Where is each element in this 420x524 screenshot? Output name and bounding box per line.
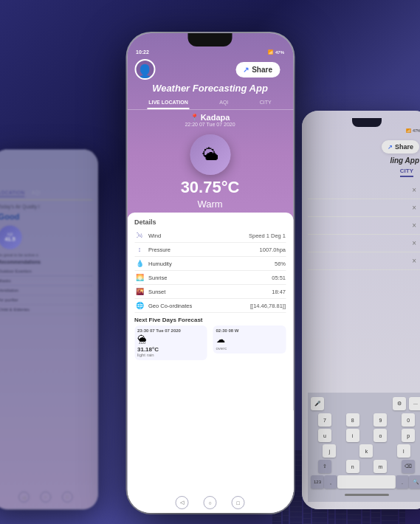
wind-value: Speed 1 Deg 1 <box>249 232 286 239</box>
battery-icon: 47% <box>275 50 284 55</box>
detail-pressure: ↕ Pressure 1007.0hpa <box>134 243 286 257</box>
humidity-value: 56% <box>275 261 286 267</box>
details-title: Details <box>134 218 286 226</box>
left-tab-location[interactable]: LOCATION <box>0 190 24 197</box>
phone-center: 10:22 📶 47% 👤 ↗ Share Weather Forecastin… <box>127 33 293 513</box>
left-tabs: LOCATION AQI <box>0 190 92 201</box>
share-button[interactable]: ↗ Share <box>235 62 280 77</box>
left-recents-btn[interactable]: □ <box>61 492 72 503</box>
left-home-btn[interactable]: ○ <box>40 492 51 503</box>
key-9[interactable]: 9 <box>373 413 387 427</box>
weather-main: 🌥 30.75°C Warm <box>127 130 293 213</box>
key-o[interactable]: o <box>373 429 387 442</box>
key-p[interactable]: p <box>402 429 415 442</box>
wind-icon: 🌬 <box>134 232 145 239</box>
key-period[interactable]: . <box>396 475 409 489</box>
wind-label: Wind <box>148 232 161 239</box>
left-description: Its great to be active o <box>0 253 92 258</box>
key-8[interactable]: 8 <box>346 413 359 427</box>
forecast-card-0: 23:30 07 Tue 07 2020 🌦 31.18°C light rai… <box>134 325 207 360</box>
forecast-card-1: 02:30 08 W ☁ overc <box>213 325 286 354</box>
key-backspace[interactable]: ⌫ <box>402 460 415 473</box>
left-rec-item-4: Child & Elderies <box>0 305 92 314</box>
location-name: Kadapa <box>201 113 230 122</box>
right-share-icon: ↗ <box>388 144 393 151</box>
right-x-1: × <box>308 199 420 217</box>
more-key[interactable]: ··· <box>409 397 420 410</box>
right-tabs: CITY <box>308 168 420 177</box>
home-button[interactable]: ○ <box>204 496 217 509</box>
left-aqi-circle: AQI 41.5 <box>0 225 22 249</box>
tab-city[interactable]: CITY <box>258 97 273 109</box>
forecast-date-1: 02:30 08 W <box>216 328 283 333</box>
left-quality-value: Good <box>0 212 92 221</box>
left-tab-aqi[interactable]: AQI <box>32 190 41 197</box>
tab-live-location[interactable]: LIVE LOCATION <box>147 97 190 109</box>
detail-wind: 🌬 Wind Speed 1 Deg 1 <box>134 229 286 243</box>
right-city-tab[interactable]: CITY <box>400 168 413 177</box>
right-notch <box>352 118 382 127</box>
key-search[interactable]: 🔍 <box>409 475 420 489</box>
cloud-icon: 🌥 <box>202 145 218 165</box>
sunset-icon: 🌇 <box>134 288 145 295</box>
weather-description: Warm <box>127 199 293 210</box>
key-m[interactable]: m <box>373 460 387 473</box>
right-share-button[interactable]: ↗ Share <box>382 140 419 154</box>
details-section: Details 🌬 Wind Speed 1 Deg 1 ↕ Pressure … <box>127 213 293 492</box>
left-rec-title: Recommendations <box>0 260 92 264</box>
date-display: 22:20 07 Tue 07 2020 <box>127 122 293 127</box>
right-status-bar: 📶 47% <box>308 127 420 134</box>
left-rec-item-3: Air purifier <box>0 295 92 305</box>
key-num[interactable]: 123 <box>311 475 324 489</box>
detail-sunset: 🌇 Sunset 18:47 <box>134 285 286 299</box>
coordinates-icon: 🌐 <box>134 302 145 309</box>
right-share-label: Share <box>395 143 413 151</box>
detail-pressure-left: ↕ Pressure <box>134 246 171 253</box>
pressure-value: 1007.0hpa <box>260 247 286 253</box>
left-back-btn[interactable]: ◁ <box>18 492 30 503</box>
center-tabs: LIVE LOCATION AQI CITY <box>127 97 293 110</box>
swipe-indicator <box>345 494 389 496</box>
recents-button[interactable]: □ <box>232 496 245 509</box>
key-i[interactable]: i <box>346 429 359 442</box>
gear-key[interactable]: ⚙ <box>393 397 406 410</box>
keyboard-bottom-row: 123 , . 🔍 <box>311 475 420 489</box>
key-k[interactable]: k <box>359 444 373 458</box>
detail-humidity: 💧 Humudity 56% <box>134 257 286 271</box>
back-button[interactable]: ◁ <box>176 496 189 509</box>
detail-sunset-left: 🌇 Sunset <box>134 288 165 295</box>
phone-center-screen: 10:22 📶 47% 👤 ↗ Share Weather Forecastin… <box>127 33 293 513</box>
key-space[interactable] <box>337 475 396 489</box>
right-share-header: ↗ Share <box>308 134 420 156</box>
location-row: 📍 Kadapa <box>127 110 293 122</box>
temperature-display: 30.75°C <box>127 178 293 197</box>
sunset-value: 18:47 <box>272 289 286 295</box>
phone-right-screen: 📶 47% ↗ Share ling App CITY × × × × × 🎤 <box>302 111 420 509</box>
keyboard-top-row: 🎤 ⚙ ··· <box>311 397 420 410</box>
right-x-0: × <box>308 182 420 199</box>
left-home-bar: ◁ ○ □ <box>0 489 98 505</box>
share-label: Share <box>252 66 272 74</box>
key-l[interactable]: l <box>397 444 410 458</box>
share-icon: ↗ <box>243 66 249 74</box>
forecast-date-0: 23:30 07 Tue 07 2020 <box>137 328 204 333</box>
avatar[interactable]: 👤 <box>134 59 155 80</box>
phone-left: LOCATION AQI Today's Air Quality I Good … <box>0 149 98 509</box>
key-0[interactable]: 0 <box>402 413 415 427</box>
sunrise-label: Sunrise <box>148 275 167 281</box>
humidity-icon: 💧 <box>134 260 145 267</box>
detail-humidity-left: 💧 Humudity <box>134 260 172 267</box>
key-n[interactable]: n <box>346 460 359 473</box>
key-u[interactable]: u <box>318 429 331 442</box>
key-7[interactable]: 7 <box>318 413 331 427</box>
right-keyboard[interactable]: 🎤 ⚙ ··· 7 8 9 0 u i o p j k l <box>308 393 420 502</box>
location-pin-icon: 📍 <box>190 114 199 121</box>
mic-key[interactable]: 🎤 <box>311 397 324 410</box>
key-j[interactable]: j <box>323 444 336 458</box>
tab-aqi[interactable]: AQI <box>218 97 230 109</box>
key-shift[interactable]: ⇧ <box>318 460 331 473</box>
key-comma[interactable]: , <box>324 475 337 489</box>
forecast-desc-1: overc <box>216 346 283 351</box>
sunrise-value: 05:51 <box>272 275 286 281</box>
right-x-4: × <box>308 252 420 270</box>
